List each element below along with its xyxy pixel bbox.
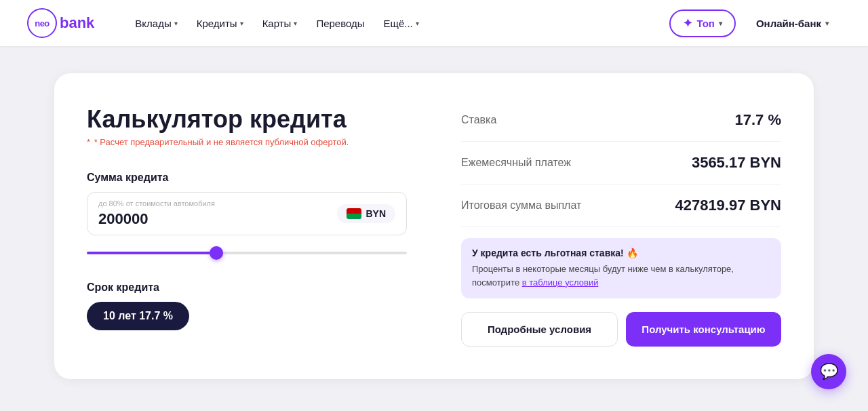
result-row-rate: Ставка 17.7 % [461, 111, 781, 142]
consult-button[interactable]: Получить консультацию [626, 312, 781, 347]
result-row-monthly: Ежемесячный платеж 3565.17 BYN [461, 142, 781, 184]
chevron-down-icon: ▾ [174, 20, 178, 27]
promo-box: У кредита есть льготная ставка! 🔥 Процен… [461, 238, 781, 298]
flag-belarus [347, 208, 361, 219]
main-nav: Вклады ▾ Кредиты ▾ Карты ▾ Переводы Ещё.… [127, 12, 648, 35]
currency-badge: BYN [337, 204, 395, 223]
logo[interactable]: neo bank [27, 8, 94, 38]
chat-button[interactable]: 💬 [811, 354, 846, 389]
logo-bank-text: bank [60, 14, 94, 32]
rate-label: Ставка [461, 114, 496, 126]
nav-item-eshe[interactable]: Ещё... ▾ [376, 12, 427, 35]
amount-hint: до 80% от стоимости автомобиля [98, 199, 215, 208]
nav-item-karty[interactable]: Карты ▾ [254, 12, 306, 35]
details-button[interactable]: Подробные условия [461, 312, 618, 347]
calculator-title: Калькулятор кредита [87, 106, 407, 133]
logo-circle: neo [27, 8, 57, 38]
monthly-label: Ежемесячный платеж [461, 157, 571, 169]
chat-icon: 💬 [820, 363, 838, 380]
online-bank-button[interactable]: Онлайн-банк ▾ [744, 12, 841, 35]
amount-left: до 80% от стоимости автомобиля 200000 [98, 199, 215, 228]
chevron-down-icon: ▾ [825, 20, 829, 27]
top-button[interactable]: ✦ Топ ▾ [669, 9, 735, 37]
term-pill[interactable]: 10 лет 17.7 % [87, 302, 189, 330]
nav-item-kredity[interactable]: Кредиты ▾ [189, 12, 252, 35]
promo-title: У кредита есть льготная ставка! 🔥 [472, 248, 770, 258]
logo-neo: neo [35, 18, 50, 28]
term-label: Срок кредита [87, 281, 407, 294]
calculator-subtitle: * * Расчет предварительный и не является… [87, 137, 407, 147]
header-right: ✦ Топ ▾ Онлайн-банк ▾ [669, 9, 841, 37]
chevron-down-icon: ▾ [240, 20, 243, 27]
calculator-left: Калькулятор кредита * * Расчет предварит… [87, 106, 407, 347]
amount-slider-wrap [87, 245, 407, 257]
amount-input-wrap: до 80% от стоимости автомобиля 200000 BY… [87, 192, 407, 235]
result-row-total: Итоговая сумма выплат 427819.97 BYN [461, 184, 781, 227]
chevron-down-icon: ▾ [294, 20, 297, 27]
asterisk: * [87, 137, 90, 147]
site-header: neo bank Вклады ▾ Кредиты ▾ Карты ▾ Пере… [0, 0, 868, 46]
total-value: 427819.97 BYN [675, 197, 781, 214]
amount-slider[interactable] [87, 252, 407, 254]
action-row: Подробные условия Получить консультацию [461, 312, 781, 347]
calculator-right: Ставка 17.7 % Ежемесячный платеж 3565.17… [461, 106, 781, 347]
term-section: Срок кредита 10 лет 17.7 % [87, 281, 407, 330]
calculator-card: Калькулятор кредита * * Расчет предварит… [54, 73, 814, 379]
promo-link[interactable]: в таблице условий [522, 277, 599, 288]
star-icon: ✦ [683, 16, 692, 31]
chevron-down-icon: ▾ [416, 20, 419, 27]
nav-item-vklady[interactable]: Вклады ▾ [127, 12, 185, 35]
promo-text: Проценты в некоторые месяцы будут ниже ч… [472, 262, 770, 289]
chevron-down-icon: ▾ [719, 20, 722, 27]
main-content: Калькулятор кредита * * Расчет предварит… [0, 46, 868, 406]
total-label: Итоговая сумма выплат [461, 199, 581, 212]
nav-item-perevody[interactable]: Переводы [308, 12, 372, 35]
amount-label: Сумма кредита [87, 172, 407, 184]
rate-value: 17.7 % [735, 111, 782, 129]
amount-value: 200000 [98, 210, 148, 227]
monthly-value: 3565.17 BYN [692, 154, 781, 172]
